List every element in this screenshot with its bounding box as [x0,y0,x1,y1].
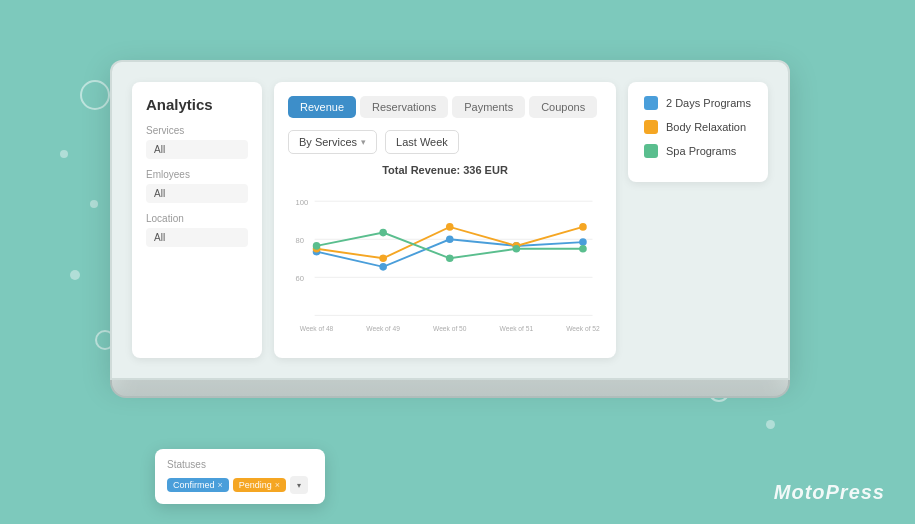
svg-point-16 [579,238,587,246]
chart-panel: Revenue Reservations Payments Coupons By… [274,82,616,358]
employees-label: Emloyees [146,169,248,180]
decor-dot-3 [90,200,98,208]
svg-point-13 [379,263,387,271]
location-label: Location [146,213,248,224]
svg-point-25 [513,245,521,253]
statuses-tags: Confirmed × Pending × ▾ [167,476,313,494]
legend-label-2: Spa Programs [666,145,736,157]
legend-color-green [644,144,658,158]
employees-filter: Emloyees All [146,169,248,203]
statuses-dropdown-btn[interactable]: ▾ [290,476,308,494]
employees-dropdown[interactable]: All [146,184,248,203]
statuses-popup: Statuses Confirmed × Pending × ▾ [155,449,325,504]
svg-point-19 [446,223,454,231]
tab-payments[interactable]: Payments [452,96,525,118]
tag-pending[interactable]: Pending × [233,478,286,492]
decor-dot-4 [70,270,80,280]
legend-label-0: 2 Days Programs [666,97,751,109]
tab-coupons[interactable]: Coupons [529,96,597,118]
svg-text:Week of 52: Week of 52 [566,325,600,332]
svg-text:Week of 51: Week of 51 [500,325,534,332]
laptop-screen: Analytics Services All Emloyees All Loca… [110,60,790,380]
location-dropdown[interactable]: All [146,228,248,247]
close-icon-confirmed[interactable]: × [218,480,223,490]
decor-dot-2 [60,150,68,158]
analytics-panel: Analytics Services All Emloyees All Loca… [132,82,262,358]
motopress-brand: MotoPress [774,481,885,504]
legend-item-1: Body Relaxation [644,120,752,134]
svg-text:Week of 49: Week of 49 [366,325,400,332]
svg-point-21 [579,223,587,231]
laptop-base [110,380,790,398]
services-label: Services [146,125,248,136]
svg-point-22 [313,242,321,250]
chevron-down-icon: ▾ [361,137,366,147]
line-chart-svg: 100 80 60 Week of 48 Week of 49 Week of … [288,184,602,344]
legend-item-0: 2 Days Programs [644,96,752,110]
tab-revenue[interactable]: Revenue [288,96,356,118]
chart-tabs: Revenue Reservations Payments Coupons [288,96,602,118]
last-week-select[interactable]: Last Week [385,130,459,154]
svg-point-18 [379,254,387,262]
statuses-label: Statuses [167,459,313,470]
legend-color-blue [644,96,658,110]
services-filter: Services All [146,125,248,159]
services-dropdown[interactable]: All [146,140,248,159]
tab-reservations[interactable]: Reservations [360,96,448,118]
analytics-title: Analytics [146,96,248,113]
svg-text:100: 100 [296,198,309,207]
svg-point-24 [446,254,454,262]
tag-confirmed[interactable]: Confirmed × [167,478,229,492]
by-services-select[interactable]: By Services ▾ [288,130,377,154]
svg-text:Week of 48: Week of 48 [300,325,334,332]
decor-dot-5 [766,420,775,429]
legend-label-1: Body Relaxation [666,121,746,133]
laptop-wrapper: Analytics Services All Emloyees All Loca… [110,60,790,398]
svg-text:60: 60 [296,274,304,283]
legend-color-orange [644,120,658,134]
svg-point-26 [579,245,587,253]
decor-circle-1 [80,80,110,110]
chart-container: 100 80 60 Week of 48 Week of 49 Week of … [288,184,602,344]
chart-filters-row: By Services ▾ Last Week [288,130,602,154]
location-filter: Location All [146,213,248,247]
legend-panel: 2 Days Programs Body Relaxation Spa Prog… [628,82,768,182]
svg-point-23 [379,229,387,237]
svg-point-14 [446,235,454,243]
legend-item-2: Spa Programs [644,144,752,158]
close-icon-pending[interactable]: × [275,480,280,490]
chart-title: Total Revenue: 336 EUR [288,164,602,176]
svg-text:Week of 50: Week of 50 [433,325,467,332]
svg-text:80: 80 [296,236,304,245]
